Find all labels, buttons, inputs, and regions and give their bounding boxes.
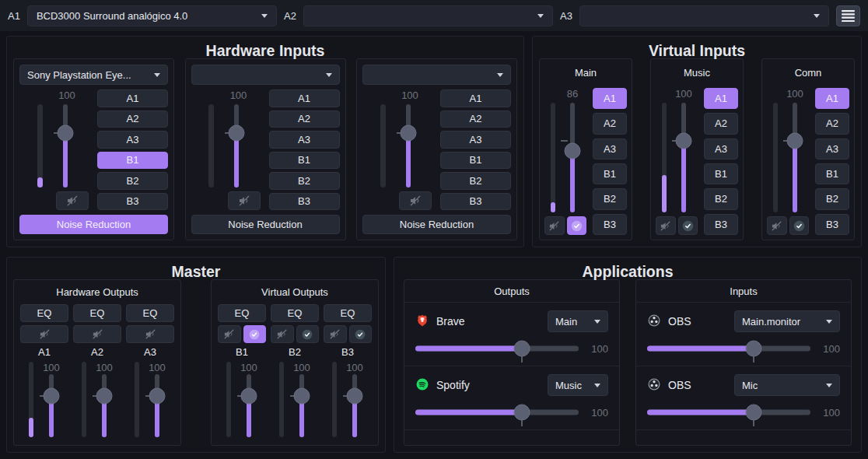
route-b3-button[interactable]: B3 — [815, 214, 849, 235]
route-b3-button[interactable]: B3 — [593, 214, 627, 235]
primary-toggle-button[interactable] — [567, 216, 587, 235]
route-b2-button[interactable]: B2 — [593, 188, 627, 209]
route-b3-button[interactable]: B3 — [269, 193, 340, 211]
app-source-select[interactable]: Mic — [734, 374, 840, 396]
route-b2-button[interactable]: B2 — [97, 172, 168, 190]
slider-thumb[interactable] — [745, 405, 761, 421]
eq-button[interactable]: EQ — [20, 304, 68, 322]
output-a3-device-select[interactable] — [579, 5, 829, 26]
route-a3-button[interactable]: A3 — [815, 138, 849, 159]
route-a2-button[interactable]: A2 — [440, 110, 511, 128]
device-select[interactable]: Sony Playstation Eye... — [19, 65, 168, 85]
app-volume-slider[interactable] — [647, 340, 810, 357]
route-a2-button[interactable]: A2 — [593, 113, 627, 134]
noise-reduction-button[interactable]: Noise Reduction — [19, 215, 168, 234]
route-a1-button[interactable]: A1 — [440, 89, 511, 107]
route-b2-button[interactable]: B2 — [440, 172, 511, 190]
slider-thumb[interactable] — [96, 388, 113, 405]
route-a3-button[interactable]: A3 — [440, 131, 511, 149]
route-a1-button[interactable]: A1 — [97, 89, 168, 107]
route-a3-button[interactable]: A3 — [269, 131, 340, 149]
slider-thumb[interactable] — [513, 405, 530, 421]
volume-slider[interactable] — [786, 103, 803, 212]
primary-toggle-button[interactable] — [789, 216, 810, 235]
volume-slider[interactable] — [400, 104, 417, 187]
route-a2-button[interactable]: A2 — [815, 113, 849, 134]
mute-button[interactable] — [271, 325, 294, 343]
eq-button[interactable]: EQ — [324, 304, 372, 322]
route-a1-button[interactable]: A1 — [704, 88, 738, 109]
slider-thumb[interactable] — [44, 388, 60, 405]
volume-slider[interactable] — [346, 374, 363, 437]
mute-button[interactable] — [20, 325, 68, 343]
mute-button[interactable] — [656, 216, 676, 235]
route-b2-button[interactable]: B2 — [704, 188, 738, 209]
route-a3-button[interactable]: A3 — [97, 131, 168, 149]
volume-slider[interactable] — [43, 374, 60, 437]
route-a1-button[interactable]: A1 — [269, 89, 340, 107]
output-a1-device-select[interactable]: BCD3000 Surround analógico 4.0 — [27, 5, 277, 26]
mute-button[interactable] — [218, 325, 241, 343]
slider-thumb[interactable] — [229, 125, 245, 142]
mute-button[interactable] — [399, 191, 432, 210]
slider-thumb[interactable] — [786, 133, 803, 149]
primary-toggle-button[interactable] — [243, 325, 267, 343]
volume-slider[interactable] — [675, 103, 692, 212]
slider-thumb[interactable] — [513, 341, 530, 357]
app-volume-slider[interactable] — [415, 404, 579, 421]
mute-button[interactable] — [544, 216, 565, 235]
app-volume-slider[interactable] — [647, 404, 810, 421]
route-b1-button[interactable]: B1 — [97, 152, 168, 170]
volume-slider[interactable] — [96, 374, 113, 437]
route-b3-button[interactable]: B3 — [704, 214, 738, 235]
volume-slider[interactable] — [293, 374, 310, 437]
volume-slider[interactable] — [149, 374, 166, 437]
mute-button[interactable] — [73, 325, 121, 343]
route-a2-button[interactable]: A2 — [97, 110, 168, 128]
output-a2-device-select[interactable] — [303, 5, 553, 26]
volume-slider[interactable] — [57, 104, 74, 187]
mute-button[interactable] — [126, 325, 174, 343]
slider-thumb[interactable] — [745, 341, 761, 357]
menu-button[interactable] — [836, 5, 860, 26]
mute-button[interactable] — [228, 191, 261, 210]
slider-thumb[interactable] — [564, 143, 580, 159]
slider-thumb[interactable] — [241, 388, 257, 405]
slider-thumb[interactable] — [400, 125, 416, 142]
app-volume-slider[interactable] — [415, 340, 579, 357]
mute-button[interactable] — [767, 216, 787, 235]
primary-toggle-button[interactable] — [678, 216, 698, 235]
slider-thumb[interactable] — [347, 388, 363, 405]
eq-button[interactable]: EQ — [126, 304, 174, 322]
volume-slider[interactable] — [240, 374, 257, 437]
route-a3-button[interactable]: A3 — [704, 138, 738, 159]
route-a2-button[interactable]: A2 — [269, 110, 340, 128]
mute-button[interactable] — [56, 191, 89, 210]
app-target-select[interactable]: Main — [548, 310, 608, 332]
eq-button[interactable]: EQ — [73, 304, 121, 322]
eq-button[interactable]: EQ — [218, 304, 266, 322]
app-target-select[interactable]: Music — [548, 374, 608, 396]
route-a1-button[interactable]: A1 — [815, 88, 849, 109]
primary-toggle-button[interactable] — [296, 325, 320, 343]
route-a2-button[interactable]: A2 — [704, 113, 738, 134]
route-b1-button[interactable]: B1 — [269, 152, 340, 170]
volume-slider[interactable] — [228, 104, 245, 187]
app-source-select[interactable]: Main.monitor — [734, 310, 840, 332]
slider-thumb[interactable] — [675, 133, 691, 149]
route-b1-button[interactable]: B1 — [815, 163, 849, 184]
noise-reduction-button[interactable]: Noise Reduction — [191, 215, 340, 234]
route-b3-button[interactable]: B3 — [440, 193, 511, 211]
route-a1-button[interactable]: A1 — [593, 88, 627, 109]
route-b1-button[interactable]: B1 — [593, 163, 627, 184]
route-b2-button[interactable]: B2 — [269, 172, 340, 190]
eq-button[interactable]: EQ — [271, 304, 319, 322]
route-b3-button[interactable]: B3 — [97, 193, 168, 211]
route-b2-button[interactable]: B2 — [815, 188, 849, 209]
slider-thumb[interactable] — [149, 388, 166, 405]
primary-toggle-button[interactable] — [349, 325, 373, 343]
slider-thumb[interactable] — [294, 388, 310, 405]
slider-thumb[interactable] — [57, 125, 73, 142]
route-a3-button[interactable]: A3 — [593, 138, 627, 159]
noise-reduction-button[interactable]: Noise Reduction — [362, 215, 511, 234]
